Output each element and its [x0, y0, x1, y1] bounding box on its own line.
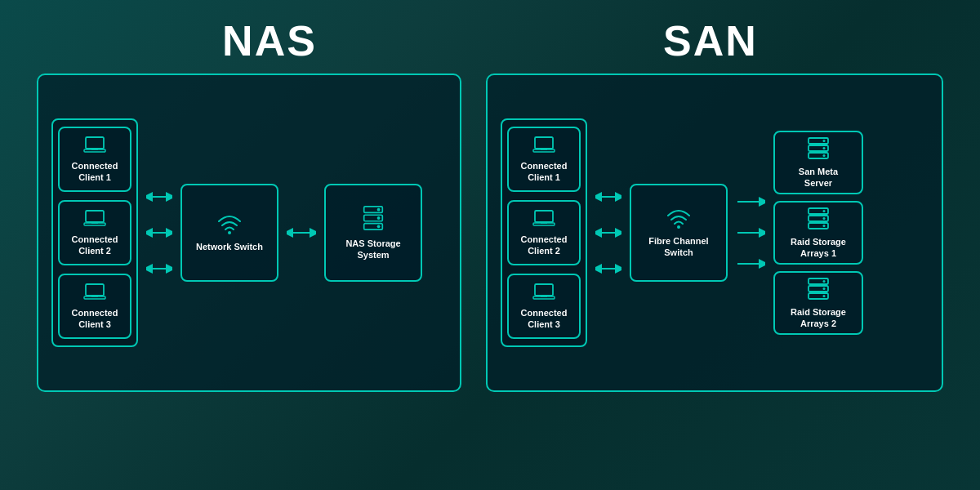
- wifi-icon-nas: [217, 213, 242, 238]
- svg-point-43: [823, 210, 826, 212]
- san-client-1: ConnectedClient 1: [507, 127, 581, 192]
- svg-rect-3: [86, 211, 104, 222]
- nas-storage-label: NAS StorageSystem: [345, 238, 400, 261]
- san-inner: ConnectedClient 1 ConnectedClient 2: [501, 90, 929, 376]
- storage-icon-nas: [362, 205, 385, 234]
- svg-point-49: [823, 280, 826, 283]
- nas-client-1-label: ConnectedClient 1: [72, 160, 118, 184]
- san-raid-2: Raid StorageArrays 2: [773, 271, 863, 335]
- nas-diagram: ConnectedClient 1 ConnectedClient 2: [37, 74, 461, 392]
- svg-rect-6: [86, 284, 104, 296]
- svg-rect-20: [535, 137, 553, 149]
- svg-point-51: [823, 287, 826, 290]
- nas-arrow-2: [146, 226, 172, 239]
- san-arrow-1: [595, 190, 621, 203]
- san-meta-server-label: San MetaServer: [799, 166, 838, 189]
- nas-arrow-3: [146, 262, 172, 275]
- san-right-arrows: [736, 195, 765, 270]
- server-icon-2: [807, 207, 830, 233]
- header: NAS SAN: [0, 0, 980, 74]
- nas-client-2: ConnectedClient 2: [58, 200, 131, 265]
- san-title: SAN: [663, 16, 758, 65]
- svg-point-15: [377, 207, 381, 211]
- san-right-arrow-1: [736, 195, 765, 208]
- laptop-icon-3: [83, 283, 106, 304]
- nas-center-arrow-svg: [287, 226, 316, 239]
- svg-point-53: [823, 295, 826, 297]
- server-icon-1: [807, 136, 830, 163]
- server-icon-3: [807, 277, 830, 303]
- san-raid-2-label: Raid StorageArrays 2: [791, 306, 846, 330]
- san-raid-1: Raid StorageArrays 1: [773, 201, 863, 265]
- nas-arrow-1: [146, 190, 172, 203]
- san-laptop-icon-2: [532, 209, 555, 230]
- san-arrow-3: [595, 262, 621, 275]
- svg-point-41: [823, 154, 826, 157]
- svg-point-45: [823, 217, 826, 220]
- nas-title: NAS: [222, 16, 317, 65]
- nas-client-3: ConnectedClient 3: [58, 274, 131, 339]
- laptop-icon-1: [83, 136, 106, 157]
- svg-point-32: [677, 225, 680, 229]
- wifi-icon-san: [666, 207, 691, 232]
- nas-arrows-left: [146, 190, 172, 275]
- san-right-arrow-3: [736, 257, 765, 270]
- svg-point-39: [823, 147, 826, 149]
- san-arrow-2: [595, 226, 621, 239]
- svg-point-47: [823, 225, 826, 227]
- diagrams-row: ConnectedClient 1 ConnectedClient 2: [0, 74, 980, 392]
- san-fc-switch: Fibre Channel Switch: [630, 184, 728, 282]
- nas-switch-label: Network Switch: [196, 241, 263, 252]
- san-client-1-label: ConnectedClient 1: [521, 160, 568, 184]
- nas-client-1: ConnectedClient 1: [58, 127, 131, 192]
- laptop-icon-2: [83, 209, 106, 230]
- san-arrows-left: [595, 190, 621, 275]
- san-laptop-icon-1: [532, 136, 555, 157]
- svg-rect-26: [535, 284, 553, 296]
- nas-clients-box: ConnectedClient 1 ConnectedClient 2: [51, 118, 138, 347]
- san-meta-server: San MetaServer: [773, 131, 863, 194]
- svg-point-37: [823, 140, 826, 142]
- san-right-nodes: San MetaServer Raid Stora: [773, 131, 863, 335]
- svg-point-12: [228, 231, 231, 234]
- nas-network-switch: Network Switch: [180, 184, 278, 282]
- san-fc-switch-label: Fibre Channel Switch: [636, 235, 721, 259]
- nas-storage: NAS StorageSystem: [324, 184, 422, 282]
- san-client-2-label: ConnectedClient 2: [521, 234, 568, 257]
- san-clients-box: ConnectedClient 1 ConnectedClient 2: [501, 118, 587, 347]
- san-laptop-icon-3: [532, 283, 555, 304]
- nas-client-2-label: ConnectedClient 2: [72, 234, 118, 257]
- san-right-arrow-2: [736, 226, 765, 239]
- nas-center-arrow: [287, 226, 316, 239]
- san-client-3-label: ConnectedClient 3: [521, 307, 568, 331]
- svg-rect-0: [86, 137, 104, 149]
- san-diagram: ConnectedClient 1 ConnectedClient 2: [486, 74, 943, 392]
- svg-rect-23: [535, 211, 553, 222]
- svg-point-19: [377, 225, 381, 228]
- san-raid-1-label: Raid StorageArrays 1: [791, 236, 846, 260]
- san-client-2: ConnectedClient 2: [507, 200, 581, 265]
- svg-point-17: [377, 216, 381, 220]
- san-client-3: ConnectedClient 3: [507, 274, 581, 339]
- nas-client-3-label: ConnectedClient 3: [72, 307, 118, 331]
- nas-inner: ConnectedClient 1 ConnectedClient 2: [51, 90, 447, 376]
